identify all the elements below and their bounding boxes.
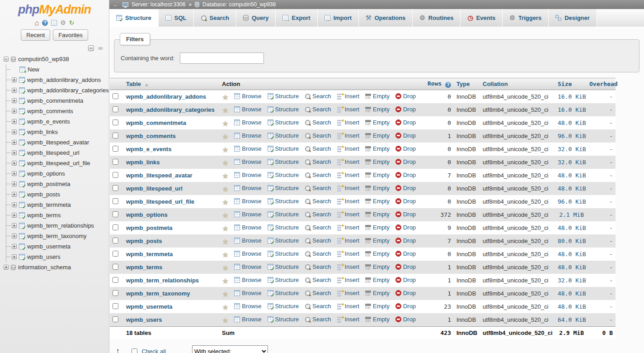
- row-action-insert[interactable]: Insert: [337, 211, 360, 218]
- tree-item-table[interactable]: ✓wpmb_term_taxonomy: [6, 231, 109, 241]
- collapse-node-icon[interactable]: [4, 57, 9, 62]
- star-icon[interactable]: ★: [222, 200, 229, 205]
- row-action-empty[interactable]: Empty: [365, 211, 390, 218]
- row-action-browse[interactable]: Browse: [234, 158, 261, 165]
- row-action-insert[interactable]: Insert: [337, 316, 360, 323]
- tree-item-table[interactable]: ✓wpmb_litespeed_url_file: [6, 158, 109, 168]
- row-action-insert[interactable]: Insert: [337, 172, 360, 178]
- tree-table-link[interactable]: wpmb_users: [27, 253, 61, 260]
- row-action-drop[interactable]: Drop: [395, 316, 416, 323]
- row-action-drop[interactable]: Drop: [395, 290, 416, 296]
- sort-table-link[interactable]: Table: [126, 81, 141, 87]
- expand-node-icon[interactable]: [12, 150, 17, 155]
- tree-item-table[interactable]: ✓wpmb_litespeed_avatar: [6, 137, 109, 148]
- row-action-empty[interactable]: Empty: [365, 158, 390, 165]
- star-icon[interactable]: ★: [222, 305, 229, 310]
- row-size[interactable]: 32.0 KiB: [555, 143, 587, 156]
- row-action-drop[interactable]: Drop: [395, 198, 416, 205]
- row-action-empty[interactable]: Empty: [365, 145, 390, 152]
- table-name-link[interactable]: wpmb_users: [126, 316, 162, 323]
- row-action-browse[interactable]: Browse: [234, 250, 261, 257]
- row-action-search[interactable]: Search: [305, 93, 331, 100]
- expand-node-icon[interactable]: [12, 140, 17, 145]
- row-size[interactable]: 48.0 KiB: [555, 169, 587, 182]
- star-icon[interactable]: ★: [222, 265, 229, 271]
- row-action-search[interactable]: Search: [305, 316, 331, 323]
- table-name-link[interactable]: wpmb_termmeta: [126, 251, 173, 258]
- tree-table-link[interactable]: wpmb_comments: [27, 108, 73, 114]
- expand-node-icon[interactable]: [12, 213, 17, 218]
- home-icon[interactable]: ⌂: [35, 20, 39, 26]
- row-action-browse[interactable]: Browse: [234, 172, 261, 178]
- row-action-empty[interactable]: Empty: [365, 172, 390, 178]
- row-action-insert[interactable]: Insert: [337, 237, 360, 244]
- tab-search[interactable]: Search: [194, 9, 236, 27]
- row-action-drop[interactable]: Drop: [395, 93, 416, 100]
- expand-node-icon[interactable]: [12, 192, 17, 197]
- row-size[interactable]: 64.0 KiB: [555, 313, 587, 327]
- row-action-search[interactable]: Search: [305, 303, 331, 310]
- row-action-structure[interactable]: ✓Structure: [268, 198, 299, 205]
- row-action-browse[interactable]: Browse: [234, 277, 261, 283]
- tree-item-table[interactable]: ✓wpmb_links: [6, 127, 109, 137]
- row-checkbox[interactable]: [113, 133, 118, 138]
- tree-database-root[interactable]: computin50_wp938: [0, 54, 109, 64]
- star-icon[interactable]: ★: [222, 186, 229, 192]
- tree-database-link[interactable]: information_schema: [18, 264, 71, 271]
- row-checkbox[interactable]: [113, 238, 118, 243]
- with-selected-dropdown[interactable]: With selected:: [192, 345, 268, 353]
- row-action-empty[interactable]: Empty: [365, 185, 390, 191]
- expand-node-icon[interactable]: [12, 109, 17, 114]
- header-rows[interactable]: Rows: [425, 78, 454, 90]
- tab-sql[interactable]: SQL: [159, 9, 194, 27]
- row-action-empty[interactable]: Empty: [365, 132, 390, 139]
- tree-table-link[interactable]: wpmb_term_taxonomy: [27, 233, 87, 239]
- table-name-link[interactable]: wpmb_commentmeta: [126, 119, 186, 126]
- tab-events[interactable]: ◷Events: [461, 9, 503, 27]
- row-checkbox[interactable]: [113, 290, 118, 296]
- row-action-drop[interactable]: Drop: [395, 211, 416, 218]
- tree-item-table[interactable]: ✓wpmb_usermeta: [6, 241, 109, 252]
- row-size[interactable]: 48.0 KiB: [555, 300, 587, 313]
- row-action-structure[interactable]: ✓Structure: [268, 237, 299, 244]
- row-action-structure[interactable]: ✓Structure: [268, 303, 299, 310]
- row-action-drop[interactable]: Drop: [395, 145, 416, 152]
- refresh-icon[interactable]: ↻: [69, 20, 75, 26]
- table-name-link[interactable]: wpmb_litespeed_url: [126, 185, 183, 192]
- row-size[interactable]: 48.0 KiB: [555, 221, 587, 234]
- row-action-search[interactable]: Search: [305, 158, 331, 165]
- row-checkbox[interactable]: [113, 277, 118, 283]
- row-checkbox[interactable]: [113, 159, 118, 165]
- row-checkbox[interactable]: [113, 93, 118, 99]
- row-action-search[interactable]: Search: [305, 263, 331, 270]
- expand-node-icon[interactable]: [12, 88, 17, 93]
- check-all-checkbox[interactable]: [132, 348, 137, 353]
- tree-item-table[interactable]: ✓wpmb_comments: [6, 106, 109, 116]
- tree-item-new[interactable]: +New: [6, 64, 109, 75]
- row-size[interactable]: 48.0 KiB: [555, 248, 587, 261]
- tree-new-link[interactable]: New: [28, 66, 39, 73]
- star-icon[interactable]: ★: [222, 239, 229, 245]
- sort-overhead-link[interactable]: Overhead: [589, 81, 618, 87]
- tab-import[interactable]: ←Import: [318, 9, 359, 27]
- collapse-all-icon[interactable]: [88, 45, 94, 51]
- tree-table-link[interactable]: wpmb_litespeed_url: [27, 149, 80, 156]
- row-size[interactable]: 32.0 KiB: [555, 274, 587, 287]
- row-action-insert[interactable]: Insert: [337, 263, 360, 270]
- breadcrumb-server-link[interactable]: Server: localhost:3306: [132, 1, 185, 8]
- table-name-link[interactable]: wpmb_addonlibrary_addons: [126, 93, 206, 100]
- table-name-link[interactable]: wpmb_term_relationships: [126, 277, 199, 284]
- tab-query[interactable]: Query: [236, 9, 276, 27]
- row-action-search[interactable]: Search: [305, 106, 331, 113]
- row-action-search[interactable]: Search: [305, 172, 331, 178]
- tree-item-table[interactable]: ✓wpmb_e_events: [6, 116, 109, 127]
- row-action-browse[interactable]: Browse: [234, 145, 261, 152]
- row-action-drop[interactable]: Drop: [395, 119, 416, 126]
- row-action-insert[interactable]: Insert: [337, 132, 360, 139]
- row-checkbox[interactable]: [113, 211, 118, 217]
- star-icon[interactable]: ★: [222, 121, 229, 127]
- row-action-drop[interactable]: Drop: [395, 158, 416, 165]
- row-action-search[interactable]: Search: [305, 277, 331, 283]
- tree-table-link[interactable]: wpmb_links: [27, 129, 58, 135]
- row-checkbox[interactable]: [113, 198, 118, 204]
